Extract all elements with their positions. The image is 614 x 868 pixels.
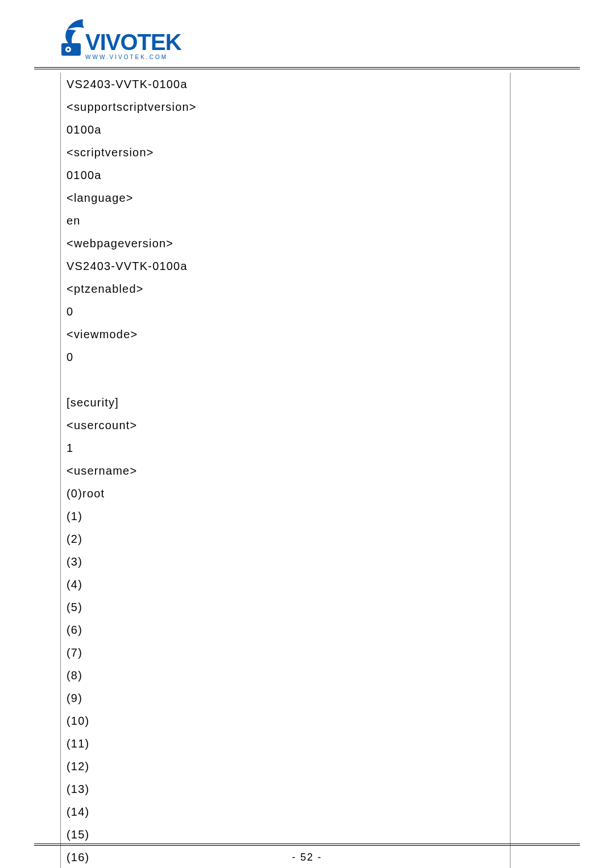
header-divider [34, 67, 580, 69]
table-cell: (14) [61, 800, 511, 823]
table-cell: en [61, 209, 511, 232]
table-row: <ptzenabled> [61, 277, 511, 300]
table-cell: (13) [61, 778, 511, 800]
table-cell: (11) [61, 732, 511, 755]
logo-subtext: WWW.VIVOTEK.COM [85, 54, 168, 60]
table-row: (0)root [61, 482, 511, 505]
table-row: <scriptversion> [61, 141, 511, 164]
table-row: 0100a [61, 164, 511, 186]
table-row: (14) [61, 800, 511, 823]
table-row: <viewmode> [61, 323, 511, 346]
table-cell: (2) [61, 528, 511, 550]
table-row: (2) [61, 528, 511, 550]
svg-point-2 [67, 48, 69, 51]
table-row: VS2403-VVTK-0100a [61, 73, 511, 95]
vivotek-logo: VIVOTEK WWW.VIVOTEK.COM [60, 17, 580, 61]
table-cell: (12) [61, 755, 511, 778]
table-row: en [61, 209, 511, 232]
table-cell: <username> [61, 459, 511, 482]
table-cell: (6) [61, 618, 511, 641]
table-row: (1) [61, 505, 511, 528]
table-cell: (7) [61, 641, 511, 664]
table-cell: (3) [61, 550, 511, 573]
table-row: (3) [61, 550, 511, 573]
table-cell: <supportscriptversion> [61, 95, 511, 118]
table-cell: (10) [61, 709, 511, 732]
table-row: (8) [61, 664, 511, 687]
table-cell: (9) [61, 687, 511, 709]
table-row: <webpageversion> [61, 232, 511, 255]
table-row: 0 [61, 300, 511, 323]
table-cell: (4) [61, 573, 511, 596]
table-row: [security] [61, 391, 511, 414]
table-cell: 0100a [61, 118, 511, 141]
table-row: (12) [61, 755, 511, 778]
table-row: (10) [61, 709, 511, 732]
table-row: (15) [61, 823, 511, 846]
table-cell: <scriptversion> [61, 141, 511, 164]
table-cell: (5) [61, 596, 511, 618]
table-cell: VS2403-VVTK-0100a [61, 255, 511, 277]
table-row: <username> [61, 459, 511, 482]
table-cell: 0100a [61, 164, 511, 186]
table-cell: 1 [61, 437, 511, 459]
table-row: (11) [61, 732, 511, 755]
table-row: (13) [61, 778, 511, 800]
table-cell: VS2403-VVTK-0100a [61, 73, 511, 95]
table-row: 0100a [61, 118, 511, 141]
table-row: <language> [61, 186, 511, 209]
table-cell: 0 [61, 346, 511, 368]
table-cell: <ptzenabled> [61, 277, 511, 300]
table-cell: <viewmode> [61, 323, 511, 346]
logo-brand-text: VIVOTEK [85, 30, 182, 55]
table-cell: [security] [61, 391, 511, 414]
table-cell: <webpageversion> [61, 232, 511, 255]
table-cell: 0 [61, 300, 511, 323]
table-cell: (1) [61, 505, 511, 528]
table-row: (5) [61, 596, 511, 618]
table-row: <supportscriptversion> [61, 95, 511, 118]
table-row: 0 [61, 346, 511, 368]
table-row: (4) [61, 573, 511, 596]
table-cell: <language> [61, 186, 511, 209]
table-cell [61, 368, 511, 391]
page-footer: - 52 - www.vivotek.com [34, 844, 580, 868]
table-row: <usercount> [61, 414, 511, 437]
document-page: VIVOTEK WWW.VIVOTEK.COM VS2403-VVTK-0100… [0, 0, 614, 868]
table-cell: (0)root [61, 482, 511, 505]
table-row: 1 [61, 437, 511, 459]
page-number: - 52 - [34, 852, 580, 863]
logo-svg: VIVOTEK WWW.VIVOTEK.COM [60, 17, 208, 61]
table-row: (7) [61, 641, 511, 664]
table-row [61, 368, 511, 391]
table-cell: (15) [61, 823, 511, 846]
table-row: (6) [61, 618, 511, 641]
parameter-table: VS2403-VVTK-0100a<supportscriptversion>0… [60, 73, 511, 868]
footer-divider [34, 844, 580, 846]
table-row: VS2403-VVTK-0100a [61, 255, 511, 277]
table-row: (9) [61, 687, 511, 709]
table-cell: (8) [61, 664, 511, 687]
table-cell: <usercount> [61, 414, 511, 437]
